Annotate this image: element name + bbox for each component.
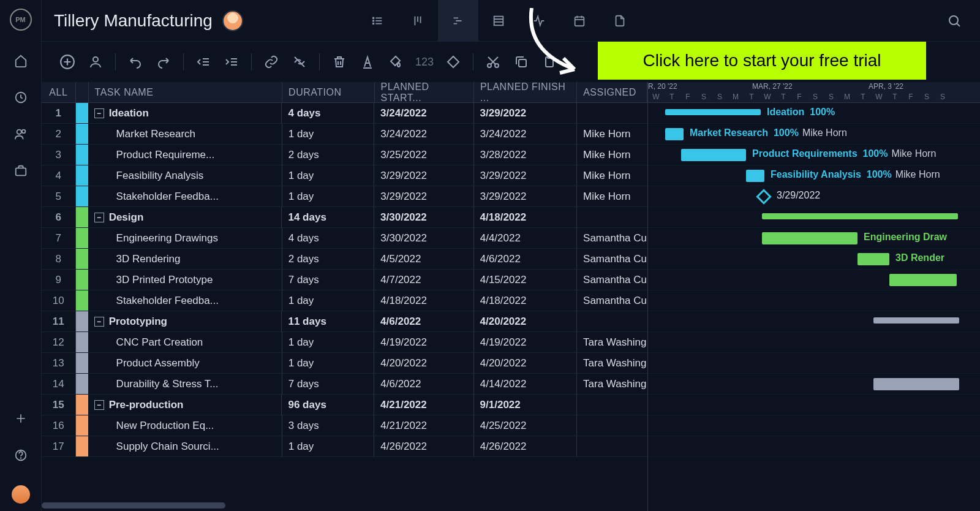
gantt-row[interactable] (648, 290, 980, 311)
col-start[interactable]: PLANNED START... (375, 82, 474, 102)
gantt-row[interactable] (648, 415, 980, 436)
gantt-bar[interactable] (665, 109, 761, 115)
text-color-icon[interactable] (359, 53, 376, 70)
gantt-bar[interactable] (746, 170, 764, 182)
task-row[interactable]: 17Supply Chain Sourci...1 day4/26/20224/… (42, 436, 647, 457)
collapse-icon[interactable]: − (94, 108, 104, 118)
user-avatar-small[interactable] (12, 485, 30, 504)
gantt-row[interactable] (648, 332, 980, 353)
trash-icon[interactable] (331, 53, 348, 70)
task-row[interactable]: 5Stakeholder Feedba...1 day3/29/20223/29… (42, 186, 647, 207)
search-icon[interactable] (947, 13, 962, 28)
plus-icon[interactable] (14, 412, 28, 425)
gantt-bar[interactable] (665, 128, 684, 140)
copy-icon[interactable] (513, 53, 530, 70)
task-row[interactable]: 6−Design14 days3/30/20224/18/2022 (42, 207, 647, 228)
gantt-chart[interactable]: R, 20 '22MAR, 27 '22APR, 3 '22 WTFSSMTWT… (648, 82, 980, 511)
gantt-row[interactable] (648, 270, 980, 290)
gantt-bar[interactable] (681, 149, 746, 161)
project-title: Tillery Manufacturing (54, 11, 213, 31)
link-icon[interactable] (263, 53, 280, 70)
fill-icon[interactable] (387, 53, 404, 70)
view-board-icon[interactable] (398, 0, 438, 42)
task-row[interactable]: 83D Rendering2 days4/5/20224/6/2022Saman… (42, 249, 647, 270)
gantt-row[interactable]: 3/29/2022 (648, 186, 980, 207)
gantt-row[interactable]: Engineering Draw (648, 228, 980, 249)
task-row[interactable]: 11−Prototyping11 days4/6/20224/20/2022 (42, 311, 647, 332)
col-finish[interactable]: PLANNED FINISH ... (474, 82, 577, 102)
undo-icon[interactable] (127, 53, 144, 70)
col-name[interactable]: TASK NAME (89, 82, 282, 102)
paste-icon[interactable] (541, 53, 558, 70)
gantt-row[interactable]: Market Research 100%Mike Horn (648, 124, 980, 145)
add-icon[interactable] (59, 53, 76, 70)
gantt-bar[interactable] (889, 274, 957, 286)
app-logo[interactable]: PM (10, 9, 32, 31)
task-row[interactable]: 93D Printed Prototype7 days4/7/20224/15/… (42, 270, 647, 290)
gantt-row[interactable] (648, 436, 980, 457)
view-file-icon[interactable] (600, 0, 640, 42)
view-sheet-icon[interactable] (478, 0, 519, 42)
task-row[interactable]: 10Stakeholder Feedba...1 day4/18/20224/1… (42, 290, 647, 311)
task-row[interactable]: 16New Production Eq...3 days4/21/20224/2… (42, 415, 647, 436)
col-assigned[interactable]: ASSIGNED (577, 82, 647, 102)
task-row[interactable]: 1−Ideation4 days3/24/20223/29/2022 (42, 103, 647, 124)
cta-button[interactable]: Click here to start your free trial (598, 42, 926, 80)
svg-point-2 (21, 130, 25, 134)
people-icon[interactable] (14, 127, 28, 141)
collapse-icon[interactable]: − (94, 317, 104, 327)
gantt-row[interactable]: Ideation 100% (648, 103, 980, 124)
milestone-icon[interactable] (756, 189, 771, 204)
gantt-bar[interactable] (873, 317, 959, 324)
svg-rect-16 (519, 59, 526, 67)
redo-icon[interactable] (155, 53, 172, 70)
view-gantt-icon[interactable] (438, 0, 478, 42)
cut-icon[interactable] (484, 53, 502, 70)
task-row[interactable]: 14Durability & Stress T...7 days4/6/2022… (42, 374, 647, 395)
priority-icon[interactable] (445, 53, 462, 70)
gantt-row[interactable] (648, 395, 980, 415)
unlink-icon[interactable] (291, 53, 308, 70)
gantt-label: Market Research 100%Mike Horn (690, 127, 847, 138)
task-row[interactable]: 15−Pre-production96 days4/21/20229/1/202… (42, 395, 647, 415)
gantt-row[interactable]: Feasibility Analysis 100%Mike Horn (648, 165, 980, 186)
home-icon[interactable] (14, 54, 28, 67)
gantt-bar[interactable] (873, 378, 959, 390)
task-row[interactable]: 2Market Research1 day3/24/20223/24/2022M… (42, 124, 647, 145)
gantt-label: Feasibility Analysis 100%Mike Horn (771, 169, 940, 180)
view-calendar-icon[interactable] (559, 0, 600, 42)
gantt-row[interactable] (648, 374, 980, 395)
col-all[interactable]: ALL (42, 82, 76, 102)
help-icon[interactable] (14, 449, 28, 462)
indent-icon[interactable] (223, 53, 240, 70)
task-row[interactable]: 12CNC Part Creation1 day4/19/20224/19/20… (42, 332, 647, 353)
task-row[interactable]: 3Product Requireme...2 days3/25/20223/28… (42, 145, 647, 165)
svg-point-1 (17, 130, 21, 134)
assign-icon[interactable] (87, 53, 104, 70)
briefcase-icon[interactable] (14, 164, 28, 178)
svg-rect-9 (494, 16, 503, 25)
svg-point-8 (373, 23, 374, 24)
h-scrollbar[interactable] (42, 502, 225, 509)
col-duration[interactable]: DURATION (282, 82, 374, 102)
gantt-row[interactable]: Product Requirements 100%Mike Horn (648, 145, 980, 165)
gantt-bar[interactable] (858, 253, 889, 265)
gantt-bar[interactable] (762, 232, 858, 244)
gantt-row[interactable] (648, 353, 980, 374)
view-activity-icon[interactable] (519, 0, 559, 42)
task-row[interactable]: 4Feasibility Analysis1 day3/29/20223/29/… (42, 165, 647, 186)
project-avatar[interactable] (222, 10, 243, 31)
collapse-icon[interactable]: − (94, 400, 104, 410)
task-row[interactable]: 7Engineering Drawings4 days3/30/20224/4/… (42, 228, 647, 249)
grid-header: ALL TASK NAME DURATION PLANNED START... … (42, 82, 647, 103)
outdent-icon[interactable] (195, 53, 212, 70)
collapse-icon[interactable]: − (94, 213, 104, 222)
gantt-bar[interactable] (762, 213, 958, 219)
task-row[interactable]: 13Product Assembly1 day4/20/20224/20/202… (42, 353, 647, 374)
gantt-row[interactable]: 3D Render (648, 249, 980, 270)
gantt-row[interactable] (648, 207, 980, 228)
clock-icon[interactable] (14, 91, 28, 104)
view-list-icon[interactable] (357, 0, 398, 42)
gantt-label: Product Requirements 100%Mike Horn (752, 148, 936, 159)
gantt-row[interactable] (648, 311, 980, 332)
